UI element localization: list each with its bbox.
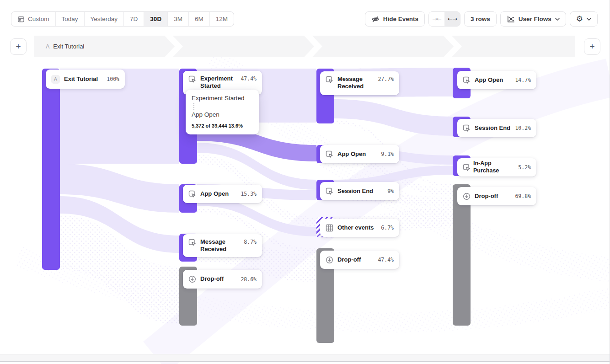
date-range-custom[interactable]: Custom [11, 12, 56, 26]
link-tooltip: Experiment Started App Open 5,372 of 39,… [186, 90, 259, 134]
node-percent: 6.7% [381, 225, 394, 231]
date-range-label: 7D [130, 16, 138, 22]
view-selector-label: User Flows [519, 16, 551, 22]
tooltip-stat: 5,372 of 39,444 13.6% [192, 123, 253, 128]
node-card-session-end-s2[interactable]: Session End 9% [320, 182, 399, 200]
tooltip-connector-dots [193, 103, 194, 110]
toolbar: Custom Today Yesterday 7D 30D 3M 6M 12M … [0, 0, 610, 32]
event-icon [326, 76, 333, 84]
event-icon [188, 190, 196, 198]
node-percent: 27.7% [378, 75, 394, 82]
tooltip-source-event: Experiment Started [192, 95, 253, 102]
node-card-app-open-s3[interactable]: App Open 14.7% [457, 71, 536, 89]
event-icon [463, 76, 471, 84]
event-icon [463, 164, 471, 171]
add-step-before-button[interactable]: + [10, 38, 27, 55]
event-icon [463, 124, 471, 132]
tooltip-target-event: App Open [192, 111, 253, 118]
event-icon [326, 150, 333, 158]
rows-button[interactable]: 3 rows [464, 11, 497, 27]
expand-columns-button[interactable]: ←→ [444, 12, 460, 26]
date-range-3m[interactable]: 3M [168, 12, 189, 26]
node-card-in-app-purchase[interactable]: In-App Purchase 5.2% [457, 158, 536, 177]
date-range-label: Yesterday [91, 16, 118, 22]
dropoff-icon [326, 256, 333, 264]
node-card-exit-tutorial[interactable]: A Exit Tutorial 100% [46, 70, 125, 89]
horizontal-scrollbar-track[interactable] [0, 354, 610, 362]
node-percent: 47.4% [241, 75, 257, 82]
node-label: Session End [337, 187, 383, 195]
node-percent: 9% [387, 188, 394, 194]
node-percent: 9.1% [381, 151, 394, 157]
node-percent: 5.2% [518, 164, 531, 171]
date-range-label: 3M [174, 16, 182, 22]
node-card-app-open-s1[interactable]: App Open 15.3% [183, 185, 262, 203]
node-card-dropoff-s3[interactable]: Drop-off 69.8% [457, 187, 536, 205]
step-header-band: A Exit Tutorial [34, 36, 575, 57]
node-percent: 100% [107, 76, 119, 82]
node-label: Exit Tutorial [64, 75, 102, 83]
add-step-after-button[interactable]: + [584, 38, 600, 55]
background-swirl-ribbons [18, 55, 610, 357]
node-percent: 10.2% [515, 125, 531, 131]
links-step1[interactable] [60, 69, 179, 324]
node-label: App Open [200, 190, 236, 198]
hide-events-button[interactable]: Hide Events [365, 11, 425, 27]
node-label: Other events [337, 224, 377, 231]
event-icon [188, 75, 196, 83]
node-card-dropoff-s1[interactable]: Drop-off 28.6% [183, 270, 262, 289]
collapse-columns-button[interactable]: →← [429, 12, 444, 26]
toolbar-right-group: Hide Events →← ←→ 3 rows User Flows ⚙ [365, 11, 598, 27]
step-divider-chevrons [34, 36, 575, 57]
date-range-30d[interactable]: 30D [144, 12, 168, 26]
chevron-down-icon [587, 18, 591, 21]
date-range-label: Custom [28, 16, 49, 22]
dropoff-icon [188, 275, 196, 283]
node-percent: 47.4% [378, 257, 394, 263]
node-label: Session End [475, 124, 511, 132]
date-range-yesterday[interactable]: Yesterday [85, 12, 124, 26]
node-label: Drop-off [200, 275, 236, 283]
chevron-down-icon [555, 18, 560, 21]
node-label: App Open [337, 150, 377, 158]
settings-button[interactable]: ⚙ [570, 11, 598, 27]
date-range-label: 6M [195, 16, 203, 22]
node-card-app-open-s2[interactable]: App Open 9.1% [320, 145, 399, 163]
node-label: Experiment Started [200, 75, 236, 90]
event-icon [188, 239, 196, 246]
column-width-toggle: →← ←→ [428, 11, 460, 27]
date-range-label: 12M [216, 16, 228, 22]
node-percent: 15.3% [241, 191, 257, 197]
node-percent: 28.6% [241, 276, 257, 283]
gear-icon: ⚙ [576, 15, 583, 23]
node-percent: 8.7% [244, 238, 257, 245]
node-card-message-received-s2[interactable]: Message Received 27.7% [320, 71, 399, 95]
rows-label: 3 rows [471, 16, 490, 22]
node-card-session-end-s3[interactable]: Session End 10.2% [457, 119, 536, 137]
node-label: Drop-off [337, 256, 374, 263]
date-range-label: 30D [150, 16, 161, 22]
eye-off-icon [371, 15, 380, 23]
expand-arrows-icon: ←→ [448, 16, 457, 22]
node-percent: 14.7% [515, 77, 531, 83]
other-events-grid-icon [326, 224, 333, 232]
node-card-other-events[interactable]: Other events 6.7% [320, 219, 399, 237]
node-label: App Open [475, 76, 511, 84]
node-bar-dropoff-s3[interactable] [453, 184, 471, 326]
node-label: In-App Purchase [473, 160, 515, 174]
date-range-control: Custom Today Yesterday 7D 30D 3M 6M 12M [11, 11, 234, 27]
node-card-message-received-s1[interactable]: Message Received 8.7% [183, 234, 262, 257]
hide-events-label: Hide Events [383, 16, 418, 22]
node-bar-exit-tutorial[interactable] [42, 69, 60, 270]
date-range-6m[interactable]: 6M [189, 12, 210, 26]
date-range-7d[interactable]: 7D [124, 12, 144, 26]
dropoff-icon [463, 193, 471, 200]
user-flows-icon [507, 15, 515, 23]
event-letter-badge: A [51, 75, 60, 84]
date-range-12m[interactable]: 12M [210, 12, 234, 26]
view-selector-button[interactable]: User Flows [500, 11, 566, 27]
date-range-today[interactable]: Today [56, 12, 85, 26]
calendar-icon [17, 16, 25, 23]
node-label: Drop-off [475, 193, 511, 200]
node-card-dropoff-s2[interactable]: Drop-off 47.4% [320, 251, 399, 269]
